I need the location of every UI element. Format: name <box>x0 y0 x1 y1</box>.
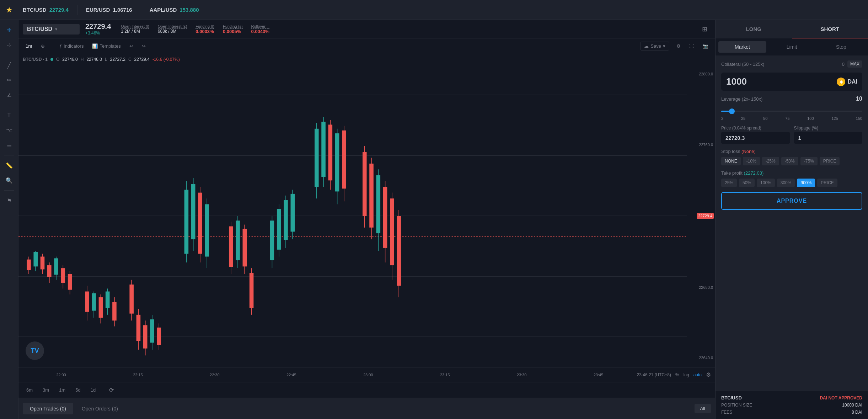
ticker-eurusd[interactable]: EUR/USD 1.06716 <box>86 7 132 13</box>
timeframe-5d[interactable]: 5d <box>72 386 84 394</box>
screenshot-button[interactable]: 📷 <box>700 42 711 50</box>
tp-100-btn[interactable]: 100% <box>757 179 775 187</box>
stop-tab[interactable]: Stop <box>817 41 865 53</box>
svg-rect-27 <box>106 292 110 308</box>
sl-50-btn[interactable]: -50% <box>781 157 798 165</box>
currency-label: DAI <box>847 79 857 85</box>
timeframe-1m[interactable]: 1m <box>23 42 35 50</box>
approve-button[interactable]: APPROVE <box>721 192 862 210</box>
leverage-row: Leverage (2x- 150x) 10 <box>721 96 862 102</box>
market-tab[interactable]: Market <box>718 41 766 53</box>
brush-tool[interactable]: ✏ <box>3 74 16 86</box>
slippage-label: Slippage (%) <box>794 126 863 131</box>
position-info: BTC/USD DAI NOT APPROVED POSITION SIZE 1… <box>716 391 868 419</box>
leverage-slider-container[interactable]: 2 25 50 75 100 125 150 <box>721 107 862 121</box>
time-label-7: 23:30 <box>517 373 527 377</box>
collateral-input-row[interactable]: 1000 ◈ DAI <box>721 73 862 91</box>
svg-rect-7 <box>27 260 31 270</box>
price-input[interactable]: 22720.3 <box>721 132 790 144</box>
candlestick-chart[interactable] <box>18 65 687 367</box>
price-level-2: 22760.0 <box>687 143 715 147</box>
timeframe-1d[interactable]: 1d <box>87 386 99 394</box>
sl-none-btn[interactable]: NONE <box>721 157 741 165</box>
text-tool[interactable]: T <box>3 109 16 122</box>
ticker-btcusd[interactable]: BTC/USD 22729.4 <box>23 7 69 13</box>
ticker-aaplusd[interactable]: AAPL/USD 153.880 <box>150 7 199 13</box>
market-stats: Open Interest (l) 1.2M / 8M Open Interes… <box>121 24 269 34</box>
svg-rect-63 <box>290 194 295 232</box>
templates-button[interactable]: 📊 Templates <box>89 42 123 50</box>
open-trades-tab[interactable]: Open Trades (0) <box>23 403 73 414</box>
sl-75-btn[interactable]: -75% <box>800 157 818 165</box>
sl-25-btn[interactable]: -25% <box>762 157 779 165</box>
timeframe-6m[interactable]: 6m <box>23 386 36 394</box>
pattern-tool[interactable]: ⚌ <box>3 139 16 152</box>
sl-10-btn[interactable]: -10% <box>743 157 760 165</box>
timeframe-3m[interactable]: 3m <box>39 386 53 394</box>
crosshair-tool[interactable]: ✛ <box>3 23 16 36</box>
replay-icon[interactable]: ⟳ <box>105 384 118 397</box>
slippage-input[interactable]: 1 <box>794 132 863 144</box>
slider-fill <box>721 111 729 112</box>
save-button[interactable]: ☁ Save ▾ <box>640 42 669 51</box>
time-label-6: 23:15 <box>440 373 450 377</box>
indicators-button[interactable]: ƒ Indicators <box>57 42 87 50</box>
redo-button[interactable]: ↪ <box>139 42 149 50</box>
svg-rect-57 <box>270 221 274 260</box>
all-button[interactable]: All <box>695 404 711 413</box>
svg-rect-67 <box>321 122 326 177</box>
long-tab[interactable]: LONG <box>716 20 792 38</box>
svg-rect-65 <box>315 129 319 187</box>
ruler-tool[interactable]: 📏 <box>3 159 16 172</box>
tp-300-btn[interactable]: 300% <box>777 179 795 187</box>
measure-tool[interactable]: ∠ <box>3 89 16 101</box>
svg-rect-39 <box>157 328 161 345</box>
cursor-tool[interactable]: ⊹ <box>3 38 16 51</box>
undo-button[interactable]: ↩ <box>127 42 136 50</box>
slider-track <box>721 111 862 112</box>
tradingview-logo: TV <box>26 341 44 360</box>
settings-icon[interactable]: ⚙ <box>706 371 711 378</box>
svg-rect-73 <box>342 131 346 189</box>
max-button[interactable]: MAX <box>847 60 862 68</box>
star-icon[interactable]: ★ <box>6 5 13 15</box>
tp-25-btn[interactable]: 25% <box>721 179 737 187</box>
funding-short-label: Funding (s) <box>223 24 243 29</box>
price-axis: 22800.0 22760.0 22729.4 22680.0 22640.0 <box>687 65 715 367</box>
rollover-label: Rollover <box>251 24 269 29</box>
symbol-selector[interactable]: BTC/USD ▾ <box>23 24 80 35</box>
limit-tab[interactable]: Limit <box>768 41 816 53</box>
collateral-input[interactable]: 1000 <box>726 76 747 87</box>
node-tool[interactable]: ⌥ <box>3 124 16 137</box>
timeframe-bar: 6m 3m 1m 5d 1d ⟳ <box>18 382 715 398</box>
pos-size-row: POSITION SIZE 10000 DAI <box>721 403 862 408</box>
tp-price-btn[interactable]: PRICE <box>817 179 837 187</box>
svg-rect-45 <box>198 193 202 254</box>
short-tab[interactable]: SHORT <box>792 20 868 38</box>
ticker-price-eurusd: 1.06716 <box>113 7 132 13</box>
fullscreen-button[interactable]: ⛶ <box>686 42 697 50</box>
tp-50-btn[interactable]: 50% <box>739 179 755 187</box>
close-val: 22729.4 <box>134 57 150 62</box>
zoom-tool[interactable]: 🔍 <box>3 174 16 187</box>
settings-button[interactable]: ⚙ <box>674 42 684 50</box>
timeframe-1m[interactable]: 1m <box>55 386 69 394</box>
stop-loss-row: Stop loss (None) <box>721 149 862 154</box>
alert-tool[interactable]: ⚑ <box>3 194 16 207</box>
indicator-icon: ƒ <box>59 43 62 49</box>
slider-thumb[interactable] <box>729 108 735 114</box>
tp-900-btn[interactable]: 900% <box>797 179 815 187</box>
compare-button[interactable]: ⊕ <box>38 42 48 50</box>
low-val: 22727.2 <box>110 57 125 62</box>
open-orders-tab[interactable]: Open Orders (0) <box>75 403 125 414</box>
leverage-label: Leverage (2x- 150x) <box>721 96 762 102</box>
candle-symbol: BTC/USD · 1 <box>23 57 48 62</box>
layout-icon[interactable]: ⊞ <box>698 23 711 36</box>
leverage-slider[interactable] <box>721 107 862 116</box>
stop-loss-section: Stop loss (None) NONE -10% -25% -50% -75… <box>721 149 862 165</box>
main-layout: ✛ ⊹ ╱ ✏ ∠ T ⌥ ⚌ 📏 🔍 ⚑ BTC/USD ▾ 22729.4 … <box>0 20 868 419</box>
percent-label: % <box>675 372 679 377</box>
trend-line-tool[interactable]: ╱ <box>3 59 16 71</box>
auto-label[interactable]: auto <box>693 372 702 377</box>
sl-price-btn[interactable]: PRICE <box>820 157 840 165</box>
